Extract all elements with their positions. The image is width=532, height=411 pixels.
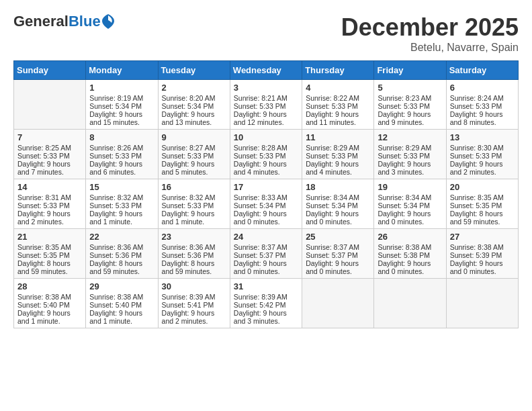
sunrise-text: Sunrise: 8:31 AM xyxy=(17,193,82,201)
calendar-cell: 2Sunrise: 8:20 AMSunset: 5:34 PMDaylight… xyxy=(158,80,230,130)
daylight-text: Daylight: 9 hours and 7 minutes. xyxy=(17,160,82,176)
logo-blue-text: Blue xyxy=(69,13,101,30)
month-title: December 2025 xyxy=(341,13,519,42)
sunrise-text: Sunrise: 8:35 AM xyxy=(450,193,515,201)
day-number: 29 xyxy=(89,281,154,291)
sunset-text: Sunset: 5:34 PM xyxy=(162,102,226,110)
daylight-text: Daylight: 9 hours and 0 minutes. xyxy=(234,259,298,275)
sunrise-text: Sunrise: 8:34 AM xyxy=(306,193,370,201)
daylight-text: Daylight: 9 hours and 0 minutes. xyxy=(306,210,370,226)
sunset-text: Sunset: 5:37 PM xyxy=(306,251,370,259)
sunrise-text: Sunrise: 8:20 AM xyxy=(162,94,226,102)
sunrise-text: Sunrise: 8:29 AM xyxy=(378,144,442,152)
calendar-cell: 19Sunrise: 8:34 AMSunset: 5:34 PMDayligh… xyxy=(374,179,446,229)
day-number: 13 xyxy=(450,132,515,142)
calendar-cell: 31Sunrise: 8:39 AMSunset: 5:42 PMDayligh… xyxy=(230,279,302,328)
day-number: 9 xyxy=(162,132,226,142)
sunrise-text: Sunrise: 8:36 AM xyxy=(162,243,226,251)
weekday-header-monday: Monday xyxy=(86,61,158,80)
calendar-cell: 5Sunrise: 8:23 AMSunset: 5:33 PMDaylight… xyxy=(374,80,446,130)
sunset-text: Sunset: 5:33 PM xyxy=(378,152,442,160)
calendar-cell xyxy=(14,80,86,130)
sunset-text: Sunset: 5:33 PM xyxy=(378,102,442,110)
sunset-text: Sunset: 5:35 PM xyxy=(17,251,82,259)
day-number: 31 xyxy=(234,281,298,291)
calendar-cell: 17Sunrise: 8:33 AMSunset: 5:34 PMDayligh… xyxy=(230,179,302,229)
sunset-text: Sunset: 5:33 PM xyxy=(450,102,515,110)
calendar-cell: 10Sunrise: 8:28 AMSunset: 5:33 PMDayligh… xyxy=(230,130,302,179)
sunset-text: Sunset: 5:33 PM xyxy=(17,201,82,210)
sunrise-text: Sunrise: 8:25 AM xyxy=(17,144,82,152)
sunset-text: Sunset: 5:36 PM xyxy=(89,251,154,259)
sunrise-text: Sunrise: 8:21 AM xyxy=(234,94,298,102)
sunrise-text: Sunrise: 8:38 AM xyxy=(450,243,515,251)
daylight-text: Daylight: 9 hours and 3 minutes. xyxy=(378,160,442,176)
day-number: 14 xyxy=(17,182,82,192)
sunrise-text: Sunrise: 8:27 AM xyxy=(162,144,226,152)
calendar-cell: 9Sunrise: 8:27 AMSunset: 5:33 PMDaylight… xyxy=(158,130,230,179)
sunset-text: Sunset: 5:33 PM xyxy=(450,152,515,160)
sunset-text: Sunset: 5:38 PM xyxy=(378,251,442,259)
day-number: 16 xyxy=(162,182,226,192)
calendar-cell: 6Sunrise: 8:24 AMSunset: 5:33 PMDaylight… xyxy=(446,80,518,130)
sunset-text: Sunset: 5:42 PM xyxy=(234,301,298,309)
sunrise-text: Sunrise: 8:35 AM xyxy=(17,243,82,251)
daylight-text: Daylight: 9 hours and 1 minute. xyxy=(89,309,154,325)
calendar-cell: 15Sunrise: 8:32 AMSunset: 5:33 PMDayligh… xyxy=(86,179,158,229)
sunset-text: Sunset: 5:33 PM xyxy=(162,201,226,210)
daylight-text: Daylight: 9 hours and 6 minutes. xyxy=(89,160,154,176)
day-number: 7 xyxy=(17,132,82,142)
sunrise-text: Sunrise: 8:22 AM xyxy=(306,94,370,102)
calendar-cell: 30Sunrise: 8:39 AMSunset: 5:41 PMDayligh… xyxy=(158,279,230,328)
day-number: 24 xyxy=(234,232,298,242)
calendar-cell: 7Sunrise: 8:25 AMSunset: 5:33 PMDaylight… xyxy=(14,130,86,179)
sunset-text: Sunset: 5:40 PM xyxy=(89,301,154,309)
sunset-text: Sunset: 5:33 PM xyxy=(162,152,226,160)
sunset-text: Sunset: 5:33 PM xyxy=(89,201,154,210)
sunset-text: Sunset: 5:33 PM xyxy=(234,152,298,160)
sunset-text: Sunset: 5:34 PM xyxy=(234,201,298,210)
calendar-cell xyxy=(374,279,446,328)
day-number: 6 xyxy=(450,83,515,93)
calendar-cell: 28Sunrise: 8:38 AMSunset: 5:40 PMDayligh… xyxy=(14,279,86,328)
sunrise-text: Sunrise: 8:36 AM xyxy=(89,243,154,251)
daylight-text: Daylight: 9 hours and 0 minutes. xyxy=(306,259,370,275)
sunrise-text: Sunrise: 8:37 AM xyxy=(234,243,298,251)
sunrise-text: Sunrise: 8:30 AM xyxy=(450,144,515,152)
calendar-week-row: 21Sunrise: 8:35 AMSunset: 5:35 PMDayligh… xyxy=(14,229,519,279)
daylight-text: Daylight: 8 hours and 59 minutes. xyxy=(450,210,515,226)
logo-general-text: General xyxy=(13,13,69,30)
day-number: 17 xyxy=(234,182,298,192)
sunrise-text: Sunrise: 8:33 AM xyxy=(234,193,298,201)
logo-bird-icon xyxy=(102,14,114,29)
weekday-header-wednesday: Wednesday xyxy=(230,61,302,80)
day-number: 4 xyxy=(306,83,370,93)
calendar-week-row: 28Sunrise: 8:38 AMSunset: 5:40 PMDayligh… xyxy=(14,279,519,328)
day-number: 30 xyxy=(162,281,226,291)
sunrise-text: Sunrise: 8:39 AM xyxy=(234,293,298,301)
sunset-text: Sunset: 5:39 PM xyxy=(450,251,515,259)
calendar-cell: 26Sunrise: 8:38 AMSunset: 5:38 PMDayligh… xyxy=(374,229,446,279)
day-number: 25 xyxy=(306,232,370,242)
daylight-text: Daylight: 8 hours and 59 minutes. xyxy=(89,259,154,275)
day-number: 18 xyxy=(306,182,370,192)
day-number: 11 xyxy=(306,132,370,142)
calendar-cell: 4Sunrise: 8:22 AMSunset: 5:33 PMDaylight… xyxy=(302,80,374,130)
daylight-text: Daylight: 9 hours and 4 minutes. xyxy=(306,160,370,176)
sunrise-text: Sunrise: 8:38 AM xyxy=(17,293,82,301)
day-number: 1 xyxy=(89,83,154,93)
sunset-text: Sunset: 5:41 PM xyxy=(162,301,226,309)
sunrise-text: Sunrise: 8:19 AM xyxy=(89,94,154,102)
sunset-text: Sunset: 5:37 PM xyxy=(234,251,298,259)
sunrise-text: Sunrise: 8:23 AM xyxy=(378,94,442,102)
calendar-week-row: 1Sunrise: 8:19 AMSunset: 5:34 PMDaylight… xyxy=(14,80,519,130)
calendar-cell: 14Sunrise: 8:31 AMSunset: 5:33 PMDayligh… xyxy=(14,179,86,229)
calendar-cell: 18Sunrise: 8:34 AMSunset: 5:34 PMDayligh… xyxy=(302,179,374,229)
sunset-text: Sunset: 5:34 PM xyxy=(378,201,442,210)
sunrise-text: Sunrise: 8:26 AM xyxy=(89,144,154,152)
day-number: 8 xyxy=(89,132,154,142)
sunset-text: Sunset: 5:34 PM xyxy=(306,201,370,210)
calendar-cell xyxy=(302,279,374,328)
day-number: 28 xyxy=(17,281,82,291)
sunset-text: Sunset: 5:34 PM xyxy=(89,102,154,110)
